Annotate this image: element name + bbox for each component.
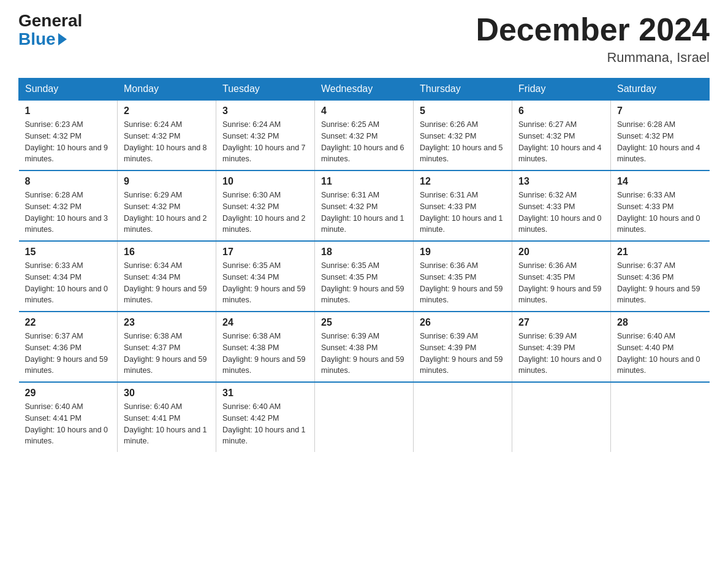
col-monday: Monday	[118, 79, 216, 101]
day-number: 27	[518, 317, 604, 328]
day-info: Sunrise: 6:37 AMSunset: 4:36 PMDaylight:…	[617, 260, 703, 306]
calendar-body: 1 Sunrise: 6:23 AMSunset: 4:32 PMDayligh…	[19, 100, 710, 452]
table-row: 16 Sunrise: 6:34 AMSunset: 4:34 PMDaylig…	[118, 241, 216, 312]
day-info: Sunrise: 6:40 AMSunset: 4:42 PMDaylight:…	[222, 401, 308, 447]
day-info: Sunrise: 6:39 AMSunset: 4:39 PMDaylight:…	[420, 331, 506, 377]
table-row: 4 Sunrise: 6:25 AMSunset: 4:32 PMDayligh…	[315, 100, 414, 170]
day-info: Sunrise: 6:30 AMSunset: 4:32 PMDaylight:…	[222, 190, 308, 236]
day-number: 15	[25, 247, 112, 258]
day-number: 19	[420, 247, 506, 258]
table-row	[512, 382, 611, 452]
day-info: Sunrise: 6:33 AMSunset: 4:33 PMDaylight:…	[617, 190, 703, 236]
day-number: 20	[518, 247, 604, 258]
logo-blue-text: Blue	[18, 29, 56, 49]
table-row: 2 Sunrise: 6:24 AMSunset: 4:32 PMDayligh…	[118, 100, 216, 170]
table-row: 18 Sunrise: 6:35 AMSunset: 4:35 PMDaylig…	[315, 241, 414, 312]
logo-triangle-icon	[58, 33, 67, 45]
location-text: Rummana, Israel	[476, 50, 710, 66]
table-row: 6 Sunrise: 6:27 AMSunset: 4:32 PMDayligh…	[512, 100, 611, 170]
month-title: December 2024	[476, 12, 710, 47]
table-row: 22 Sunrise: 6:37 AMSunset: 4:36 PMDaylig…	[19, 312, 118, 382]
col-thursday: Thursday	[414, 79, 512, 101]
calendar-week-row: 15 Sunrise: 6:33 AMSunset: 4:34 PMDaylig…	[19, 241, 710, 312]
day-info: Sunrise: 6:24 AMSunset: 4:32 PMDaylight:…	[124, 119, 210, 165]
day-number: 6	[518, 105, 604, 117]
table-row: 12 Sunrise: 6:31 AMSunset: 4:33 PMDaylig…	[414, 170, 512, 241]
table-row: 25 Sunrise: 6:39 AMSunset: 4:38 PMDaylig…	[315, 312, 414, 382]
day-number: 9	[124, 176, 210, 187]
day-number: 16	[124, 247, 210, 258]
day-number: 3	[222, 105, 308, 117]
day-number: 4	[321, 105, 407, 117]
day-info: Sunrise: 6:38 AMSunset: 4:37 PMDaylight:…	[124, 331, 210, 377]
table-row: 13 Sunrise: 6:32 AMSunset: 4:33 PMDaylig…	[512, 170, 611, 241]
day-info: Sunrise: 6:36 AMSunset: 4:35 PMDaylight:…	[518, 260, 604, 306]
day-info: Sunrise: 6:28 AMSunset: 4:32 PMDaylight:…	[617, 119, 703, 165]
day-info: Sunrise: 6:39 AMSunset: 4:39 PMDaylight:…	[518, 331, 604, 377]
day-number: 13	[518, 176, 604, 187]
day-info: Sunrise: 6:27 AMSunset: 4:32 PMDaylight:…	[518, 119, 604, 165]
day-info: Sunrise: 6:35 AMSunset: 4:35 PMDaylight:…	[321, 260, 407, 306]
calendar-week-row: 1 Sunrise: 6:23 AMSunset: 4:32 PMDayligh…	[19, 100, 710, 170]
header-row: Sunday Monday Tuesday Wednesday Thursday…	[19, 79, 710, 101]
col-wednesday: Wednesday	[315, 79, 414, 101]
day-info: Sunrise: 6:25 AMSunset: 4:32 PMDaylight:…	[321, 119, 407, 165]
day-info: Sunrise: 6:31 AMSunset: 4:33 PMDaylight:…	[420, 190, 506, 236]
day-number: 8	[25, 176, 112, 187]
table-row: 8 Sunrise: 6:28 AMSunset: 4:32 PMDayligh…	[19, 170, 118, 241]
day-info: Sunrise: 6:38 AMSunset: 4:38 PMDaylight:…	[222, 331, 308, 377]
logo-general-text: General	[18, 12, 82, 29]
day-number: 22	[25, 317, 112, 328]
day-info: Sunrise: 6:40 AMSunset: 4:41 PMDaylight:…	[124, 401, 210, 447]
day-number: 2	[124, 105, 210, 117]
day-number: 23	[124, 317, 210, 328]
table-row: 15 Sunrise: 6:33 AMSunset: 4:34 PMDaylig…	[19, 241, 118, 312]
col-friday: Friday	[512, 79, 611, 101]
day-number: 10	[222, 176, 308, 187]
day-number: 18	[321, 247, 407, 258]
table-row: 11 Sunrise: 6:31 AMSunset: 4:32 PMDaylig…	[315, 170, 414, 241]
table-row: 27 Sunrise: 6:39 AMSunset: 4:39 PMDaylig…	[512, 312, 611, 382]
table-row: 5 Sunrise: 6:26 AMSunset: 4:32 PMDayligh…	[414, 100, 512, 170]
day-info: Sunrise: 6:40 AMSunset: 4:40 PMDaylight:…	[617, 331, 703, 377]
day-number: 21	[617, 247, 703, 258]
table-row: 21 Sunrise: 6:37 AMSunset: 4:36 PMDaylig…	[611, 241, 710, 312]
day-info: Sunrise: 6:29 AMSunset: 4:32 PMDaylight:…	[124, 190, 210, 236]
day-number: 24	[222, 317, 308, 328]
day-info: Sunrise: 6:34 AMSunset: 4:34 PMDaylight:…	[124, 260, 210, 306]
calendar-table: Sunday Monday Tuesday Wednesday Thursday…	[18, 78, 710, 452]
day-number: 1	[25, 105, 112, 117]
table-row: 7 Sunrise: 6:28 AMSunset: 4:32 PMDayligh…	[611, 100, 710, 170]
table-row	[414, 382, 512, 452]
calendar-week-row: 22 Sunrise: 6:37 AMSunset: 4:36 PMDaylig…	[19, 312, 710, 382]
table-row	[611, 382, 710, 452]
table-row: 14 Sunrise: 6:33 AMSunset: 4:33 PMDaylig…	[611, 170, 710, 241]
calendar-header: Sunday Monday Tuesday Wednesday Thursday…	[19, 79, 710, 101]
table-row: 24 Sunrise: 6:38 AMSunset: 4:38 PMDaylig…	[216, 312, 315, 382]
day-number: 26	[420, 317, 506, 328]
day-number: 17	[222, 247, 308, 258]
table-row: 9 Sunrise: 6:29 AMSunset: 4:32 PMDayligh…	[118, 170, 216, 241]
day-info: Sunrise: 6:39 AMSunset: 4:38 PMDaylight:…	[321, 331, 407, 377]
table-row: 23 Sunrise: 6:38 AMSunset: 4:37 PMDaylig…	[118, 312, 216, 382]
col-saturday: Saturday	[611, 79, 710, 101]
table-row: 26 Sunrise: 6:39 AMSunset: 4:39 PMDaylig…	[414, 312, 512, 382]
table-row: 28 Sunrise: 6:40 AMSunset: 4:40 PMDaylig…	[611, 312, 710, 382]
page-header: General Blue December 2024 Rummana, Isra…	[18, 12, 710, 66]
day-number: 30	[124, 388, 210, 399]
logo: General Blue	[18, 12, 82, 49]
table-row: 10 Sunrise: 6:30 AMSunset: 4:32 PMDaylig…	[216, 170, 315, 241]
table-row: 19 Sunrise: 6:36 AMSunset: 4:35 PMDaylig…	[414, 241, 512, 312]
day-number: 25	[321, 317, 407, 328]
day-info: Sunrise: 6:26 AMSunset: 4:32 PMDaylight:…	[420, 119, 506, 165]
calendar-week-row: 8 Sunrise: 6:28 AMSunset: 4:32 PMDayligh…	[19, 170, 710, 241]
table-row: 31 Sunrise: 6:40 AMSunset: 4:42 PMDaylig…	[216, 382, 315, 452]
day-info: Sunrise: 6:32 AMSunset: 4:33 PMDaylight:…	[518, 190, 604, 236]
day-number: 11	[321, 176, 407, 187]
table-row: 20 Sunrise: 6:36 AMSunset: 4:35 PMDaylig…	[512, 241, 611, 312]
table-row: 29 Sunrise: 6:40 AMSunset: 4:41 PMDaylig…	[19, 382, 118, 452]
table-row: 30 Sunrise: 6:40 AMSunset: 4:41 PMDaylig…	[118, 382, 216, 452]
table-row	[315, 382, 414, 452]
day-info: Sunrise: 6:33 AMSunset: 4:34 PMDaylight:…	[25, 260, 112, 306]
day-info: Sunrise: 6:24 AMSunset: 4:32 PMDaylight:…	[222, 119, 308, 165]
